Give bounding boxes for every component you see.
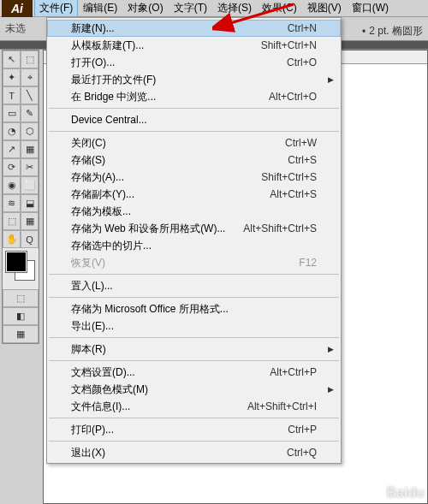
tool-button[interactable]: ◔	[3, 122, 21, 140]
menu-item[interactable]: 打印(P)...Ctrl+P	[47, 421, 341, 438]
menu-item[interactable]: 置入(L)...	[47, 277, 341, 294]
tool-button[interactable]: ◉	[3, 176, 21, 194]
stroke-option[interactable]: • 2 pt. 椭圆形	[362, 24, 423, 39]
menu-item-label: 文档设置(D)...	[71, 365, 135, 380]
menu-item[interactable]: Device Central...	[47, 111, 341, 128]
menu-separator	[49, 418, 339, 418]
tool-button[interactable]: T	[3, 86, 21, 104]
tool-button[interactable]: ▦	[21, 212, 39, 230]
menu-item[interactable]: 存储(S)Ctrl+S	[47, 151, 341, 169]
tool-button[interactable]: ≋	[3, 194, 21, 212]
menu-item-shortcut: Ctrl+O	[287, 56, 317, 68]
menu-item[interactable]: 新建(N)...Ctrl+N	[47, 20, 341, 37]
menu-item[interactable]: 存储为 Microsoft Office 所用格式...	[47, 300, 341, 317]
tool-button[interactable]: ⬓	[21, 194, 39, 212]
color-swatch[interactable]	[3, 248, 39, 289]
menu-item-shortcut: Ctrl+W	[285, 137, 317, 149]
menu-item[interactable]: 退出(X)Ctrl+Q	[47, 444, 341, 461]
chevron-right-icon: ▶	[328, 345, 334, 353]
menubar-item[interactable]: 视图(V)	[302, 0, 347, 17]
menu-item[interactable]: 文件信息(I)...Alt+Shift+Ctrl+I	[47, 398, 341, 415]
menu-item-label: 新建(N)...	[71, 21, 115, 36]
tool-button[interactable]: ✋	[3, 230, 21, 248]
menu-item-label: 存储为模板...	[71, 205, 131, 219]
menu-item[interactable]: 文档颜色模式(M)▶	[47, 381, 341, 398]
menu-item[interactable]: 关闭(C)Ctrl+W	[47, 134, 341, 151]
menubar-item[interactable]: 文字(T)	[169, 0, 212, 17]
menu-item[interactable]: 最近打开的文件(F)▶	[47, 71, 341, 88]
tool-button[interactable]: ╲	[21, 86, 39, 104]
menu-item[interactable]: 在 Bridge 中浏览...Alt+Ctrl+O	[47, 88, 341, 105]
tools-panel: ↖⬚✦⌖T╲▭✎◔⬡↗▦⟳✂◉⬜≋⬓⬚▦✋Q⬚◧▦	[2, 50, 39, 344]
tool-mode-button[interactable]: ⬚	[3, 289, 39, 307]
menu-item-label: Device Central...	[71, 114, 147, 126]
menu-item-label: 存储为 Web 和设备所用格式(W)...	[71, 222, 225, 236]
watermark: Baidu	[387, 485, 425, 501]
tool-button[interactable]: ⟳	[3, 158, 21, 176]
menubar-item[interactable]: 效果(C)	[257, 0, 302, 17]
menu-item-shortcut: Alt+Ctrl+P	[270, 366, 317, 378]
menu-item-label: 打开(O)...	[71, 56, 115, 70]
menu-item-label: 恢复(V)	[71, 256, 105, 270]
tool-button[interactable]: ▦	[21, 140, 39, 158]
menu-item-shortcut: Ctrl+P	[288, 424, 317, 436]
menu-item-shortcut: F12	[299, 257, 317, 269]
tool-mode-button[interactable]: ◧	[3, 307, 39, 325]
menu-item-shortcut: Ctrl+S	[288, 154, 317, 166]
tool-button[interactable]: ✂	[21, 158, 39, 176]
menubar-item[interactable]: 窗口(W)	[347, 0, 394, 17]
dot-icon: •	[362, 26, 366, 38]
tool-button[interactable]: ⬚	[3, 212, 21, 230]
tool-button[interactable]: ↖	[3, 50, 21, 68]
app-logo: Ai	[2, 0, 33, 17]
tool-button[interactable]: ✦	[3, 68, 21, 86]
menu-item-shortcut: Ctrl+N	[288, 22, 317, 34]
menu-separator	[49, 441, 339, 442]
menubar-item[interactable]: 文件(F)	[34, 0, 78, 17]
menu-item[interactable]: 文档设置(D)...Alt+Ctrl+P	[47, 364, 341, 381]
menu-item-label: 从模板新建(T)...	[71, 39, 144, 53]
menu-item-shortcut: Ctrl+Q	[287, 447, 317, 459]
menu-item[interactable]: 从模板新建(T)...Shift+Ctrl+N	[47, 37, 341, 54]
menu-item[interactable]: 脚本(R)▶	[47, 341, 341, 358]
menu-item-label: 存储副本(Y)...	[71, 187, 134, 202]
menu-item[interactable]: 打开(O)...Ctrl+O	[47, 54, 341, 71]
menu-item[interactable]: 存储为(A)...Shift+Ctrl+S	[47, 169, 341, 186]
menu-item-label: 关闭(C)	[71, 136, 106, 151]
menu-separator	[49, 274, 339, 275]
menu-item: 恢复(V)F12	[47, 254, 341, 271]
menu-item[interactable]: 导出(E)...	[47, 317, 341, 335]
menu-item-shortcut: Alt+Ctrl+O	[269, 91, 317, 103]
swatch-foreground[interactable]	[6, 252, 27, 272]
menu-separator	[49, 360, 339, 361]
menu-item[interactable]: 存储选中的切片...	[47, 237, 341, 254]
menubar-item[interactable]: 对象(O)	[122, 0, 168, 17]
menu-item[interactable]: 存储为模板...	[47, 203, 341, 220]
menu-item-shortcut: Shift+Ctrl+S	[261, 171, 317, 183]
tool-button[interactable]: ⌖	[21, 68, 39, 86]
menu-item-label: 退出(X)	[71, 446, 105, 460]
menubar-item[interactable]: 选择(S)	[212, 0, 257, 17]
menu-item-shortcut: Alt+Shift+Ctrl+I	[247, 400, 317, 412]
tool-button[interactable]: ⬡	[21, 122, 39, 140]
tool-button[interactable]: ✎	[21, 104, 39, 122]
tool-button[interactable]: ↗	[3, 140, 21, 158]
menu-item[interactable]: 存储副本(Y)...Alt+Ctrl+S	[47, 186, 341, 203]
tool-button[interactable]: ⬚	[21, 50, 39, 68]
tool-button[interactable]: ▭	[3, 104, 21, 122]
tool-button[interactable]: Q	[21, 230, 39, 248]
menu-item-label: 存储为 Microsoft Office 所用格式...	[71, 302, 229, 317]
menu-item-label: 在 Bridge 中浏览...	[71, 90, 156, 104]
file-menu-dropdown: 新建(N)...Ctrl+N从模板新建(T)...Shift+Ctrl+N打开(…	[46, 17, 342, 464]
menu-item-shortcut: Alt+Shift+Ctrl+S	[243, 222, 317, 234]
menu-item-shortcut: Shift+Ctrl+N	[261, 39, 317, 51]
tool-mode-button[interactable]: ▦	[3, 325, 39, 343]
tool-button[interactable]: ⬜	[21, 176, 39, 194]
chevron-right-icon: ▶	[328, 75, 334, 84]
menu-separator	[49, 337, 339, 338]
menu-item-label: 文件信息(I)...	[71, 400, 130, 414]
menu-item-label: 存储选中的切片...	[71, 239, 152, 253]
stroke-option-label: 2 pt. 椭圆形	[369, 24, 423, 39]
menu-item[interactable]: 存储为 Web 和设备所用格式(W)...Alt+Shift+Ctrl+S	[47, 220, 341, 237]
menubar-item[interactable]: 编辑(E)	[78, 0, 122, 17]
